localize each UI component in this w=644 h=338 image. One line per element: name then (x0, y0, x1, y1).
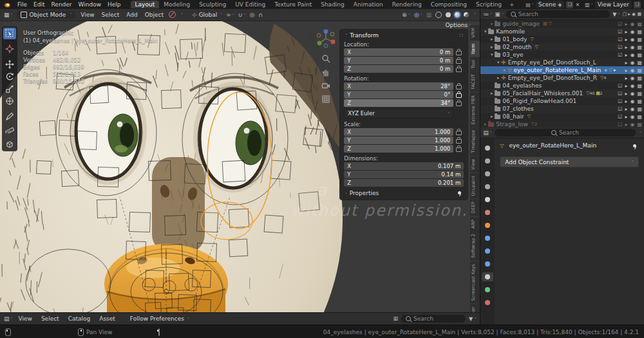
move-tool[interactable] (3, 59, 16, 70)
exclude-checkbox[interactable]: ☐ (618, 122, 622, 127)
properties-tab-object-data[interactable] (482, 285, 493, 294)
selectable-toggle-icon[interactable]: ▸ (625, 37, 627, 42)
outliner-row-02_mouth[interactable]: ▸02_mouth▽☑▸◉▦ (480, 43, 644, 51)
asset-menu-view[interactable]: View (17, 315, 33, 322)
hide-render-toggle-icon[interactable]: ▦ (637, 52, 642, 58)
scene-icon[interactable]: ▤˅ (526, 2, 534, 8)
expand-arrow-icon[interactable]: ▾ (495, 60, 501, 65)
outliner-display-mode-icon[interactable]: ≔˅ (483, 11, 492, 17)
properties-tab-constraints[interactable] (482, 272, 493, 281)
sidebar-tab-fluffy-maker[interactable]: Fluffy Maker (470, 304, 480, 312)
scene-name-field[interactable]: Scene ◈ (536, 1, 565, 8)
outliner-row-08_hair[interactable]: ▸08_hair▽☑▸◉▦ (480, 113, 644, 120)
outliner-row-01_body[interactable]: ▸01_body▽☑▸◉▦ (480, 35, 644, 43)
outliner-row-07_clothes[interactable]: 07_clothes☑▸◉▦ (480, 105, 644, 113)
properties-editor-icon[interactable]: ▤˅ (483, 129, 492, 136)
magnet-icon[interactable]: ∪˅ (238, 12, 246, 18)
properties-tab-tool[interactable] (482, 144, 493, 153)
add-workspace-button[interactable]: + (506, 1, 518, 8)
filter-icon[interactable]: ▼˅ (612, 12, 620, 17)
asset-menu-select[interactable]: Select (40, 315, 61, 322)
expand-arrow-icon[interactable]: ▸ (482, 122, 488, 127)
menu-file[interactable]: File (14, 1, 30, 8)
grid-toggle-icon[interactable] (321, 95, 330, 104)
xray-toggle-icon[interactable]: ▥ (426, 12, 432, 18)
expand-arrow-icon[interactable]: ▸ (502, 68, 507, 73)
viewport-menu-select[interactable]: Select (100, 12, 121, 18)
dimensions-x-field[interactable]: X0.107 m (344, 162, 464, 170)
proportional-editing-icon[interactable]: ◎ (249, 12, 254, 18)
lock-open-icon[interactable] (456, 85, 462, 89)
properties-tab-render[interactable] (482, 156, 493, 165)
add-cube-tool[interactable] (3, 138, 16, 150)
properties-tab-material[interactable] (482, 298, 493, 307)
exclude-checkbox[interactable]: ☑ (618, 114, 622, 120)
new-scene-button[interactable]: ❏ (566, 1, 573, 8)
zoom-icon[interactable] (321, 54, 330, 63)
hide-viewport-toggle-icon[interactable]: ◉ (630, 106, 634, 112)
hide-render-toggle-icon[interactable]: ▦ (637, 106, 642, 112)
exclude-checkbox[interactable]: ☑ (618, 21, 622, 27)
viewport-menu-object[interactable]: Object (144, 12, 165, 18)
hide-viewport-toggle-icon[interactable]: ◉ (630, 60, 634, 66)
hide-viewport-toggle-icon[interactable]: ◉ (630, 52, 634, 58)
outliner-row-guide_image[interactable]: ▸guide_image▨▽☑▸◉▦ (480, 20, 644, 28)
lock-open-icon[interactable] (456, 139, 462, 144)
hide-viewport-toggle-icon[interactable]: ◉ (630, 68, 634, 73)
annotate-tool[interactable] (3, 111, 16, 122)
workspace-tab-uv-editing[interactable]: UV Editing (231, 1, 270, 8)
outliner-row-strage_low[interactable]: ▸Strage_low▽2☐▸◉▦ (480, 120, 644, 127)
snap-target-icon[interactable]: ∞˅ (226, 12, 234, 18)
hide-viewport-toggle-icon[interactable]: ◉ (630, 99, 634, 104)
hide-render-toggle-icon[interactable]: ▦ (637, 29, 642, 35)
sidebar-tab-timelapse[interactable]: Timelapse (470, 127, 480, 156)
view-layer-icon[interactable]: ▥˅ (585, 2, 593, 8)
expand-arrow-icon[interactable]: ▸ (489, 37, 495, 42)
exclude-checkbox[interactable]: ☑ (618, 83, 622, 89)
workspace-tab-modeling[interactable]: Modeling (159, 1, 194, 8)
blender-logo-icon[interactable] (3, 2, 10, 8)
scale-x-field[interactable]: X1.000 (344, 128, 453, 136)
collapse-icon[interactable]: ˅ (345, 33, 347, 37)
outliner-row-empty_eye_def_donottouch_l[interactable]: ▾✛Empty_eye_Def_DonotTouch_L▸◉▦ (480, 59, 644, 66)
gizmo-toggle-icon[interactable]: ⊕˅ (402, 12, 410, 18)
lock-open-icon[interactable] (456, 131, 462, 135)
location-z-field[interactable]: Z0 m (344, 65, 453, 73)
measure-tool[interactable] (3, 123, 16, 135)
selectable-toggle-icon[interactable]: ▸ (625, 106, 627, 112)
menu-render[interactable]: Render (48, 1, 75, 8)
hide-viewport-toggle-icon[interactable]: ◉ (630, 91, 634, 97)
expand-arrow-icon[interactable]: ▾ (482, 29, 488, 34)
hide-render-toggle-icon[interactable]: ▦ (637, 83, 642, 89)
selectable-toggle-icon[interactable]: ▸ (625, 68, 627, 73)
editor-type-icon[interactable]: ▦˅ (4, 12, 13, 18)
axis-gizmo[interactable] (315, 28, 337, 50)
viewport-canvas[interactable]: User Orthographic (1) 04_eyelashes | eye… (0, 21, 480, 312)
scale-z-field[interactable]: Z1.000 (344, 145, 453, 153)
hide-render-toggle-icon[interactable]: ▦ (637, 68, 642, 73)
workspace-tab-compositing[interactable]: Compositing (426, 1, 471, 8)
overlays-toggle-icon[interactable]: ◎˅ (414, 12, 422, 18)
outliner-row-eye_outer_rotatehere_l_main[interactable]: ▸▽eye_outer_RotateHere_L_Main◈▽▸▸◉▦ (480, 66, 644, 74)
asset-search-input[interactable]: Search (401, 315, 466, 323)
properties-tab-particles[interactable] (482, 247, 493, 256)
exclude-checkbox[interactable]: ☑ (618, 106, 622, 112)
menu-window[interactable]: Window (75, 1, 105, 8)
hide-render-toggle-icon[interactable]: ▦ (637, 122, 642, 127)
location-y-field[interactable]: Y0 m (344, 57, 453, 64)
hide-render-toggle-icon[interactable]: ▦ (637, 75, 642, 81)
hide-viewport-toggle-icon[interactable]: ◉ (630, 37, 634, 42)
camera-view-icon[interactable] (321, 81, 330, 90)
hide-viewport-toggle-icon[interactable]: ◉ (630, 21, 634, 27)
view-layer-field[interactable]: View Layer (595, 1, 632, 8)
location-x-field[interactable]: X0 m (344, 48, 453, 56)
sidebar-tab-ucupaint[interactable]: Ucupaint (470, 173, 480, 198)
sidebar-tab-extreme-pbr[interactable]: Extreme PBR (470, 93, 480, 127)
sidebar-tab-tool[interactable]: Tool (470, 57, 480, 71)
shading-wireframe-icon[interactable] (435, 12, 442, 18)
asset-editor-icon[interactable]: ▤˅ (4, 315, 13, 322)
properties-tab-object[interactable] (482, 221, 493, 230)
menu-help[interactable]: Help (104, 1, 124, 8)
scale-tool[interactable] (3, 83, 16, 95)
workspace-tab-layout[interactable]: Layout (131, 1, 160, 8)
